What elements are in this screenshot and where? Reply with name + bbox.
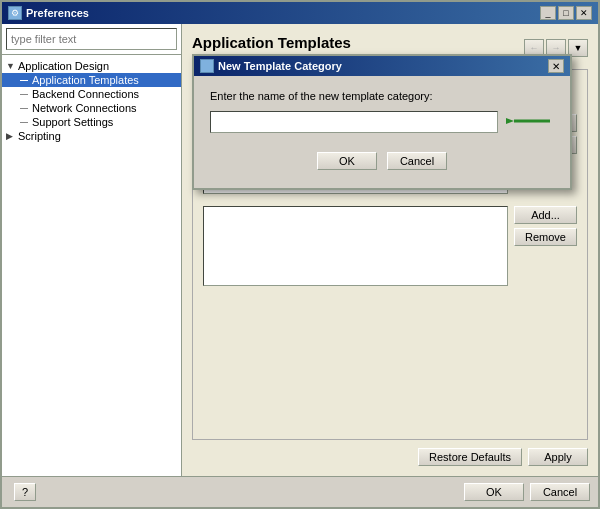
dialog-close-button[interactable]: ✕	[548, 59, 564, 73]
dialog-buttons: OK Cancel	[210, 152, 554, 178]
search-box	[2, 24, 181, 55]
dialog-cancel-button[interactable]: Cancel	[387, 152, 447, 170]
tree-item-support-settings[interactable]: Support Settings	[2, 115, 181, 129]
dialog-body: Enter the name of the new template categ…	[194, 76, 570, 188]
main-content: ▼ Application Design Application Templat…	[2, 24, 598, 476]
dialog-label: Enter the name of the new template categ…	[210, 90, 554, 102]
window-title: Preferences	[26, 7, 89, 19]
tree-connector	[20, 122, 28, 123]
search-input[interactable]	[6, 28, 177, 50]
tree-connector	[20, 80, 28, 81]
tree-item-app-templates[interactable]: Application Templates	[2, 73, 181, 87]
right-panel: Application Templates ← → ▼ Template Con…	[182, 24, 598, 476]
tree-item-label: Scripting	[18, 130, 61, 142]
dialog-arrow-left	[506, 108, 554, 136]
new-template-dialog: New Template Category ✕ Enter the name o…	[192, 54, 572, 190]
template-name-input[interactable]	[210, 111, 498, 133]
tree-item-label: Application Design	[18, 60, 109, 72]
tree-item-scripting[interactable]: ▶ Scripting	[2, 129, 181, 143]
bottom-cancel-button[interactable]: Cancel	[530, 483, 590, 501]
left-panel: ▼ Application Design Application Templat…	[2, 24, 182, 476]
dialog-ok-button[interactable]: OK	[317, 152, 377, 170]
tree-item-label: Network Connections	[32, 102, 137, 114]
minimize-button[interactable]: _	[540, 6, 556, 20]
tree-connector	[20, 94, 28, 95]
bottom-ok-button[interactable]: OK	[464, 483, 524, 501]
dialog-icon	[200, 59, 214, 73]
bottom-bar: ? OK Cancel	[2, 476, 598, 507]
tree-item-network-conn[interactable]: Network Connections	[2, 101, 181, 115]
tree-item-app-design[interactable]: ▼ Application Design	[2, 59, 181, 73]
expand-icon: ▶	[6, 131, 16, 141]
dialog-title-bar: New Template Category ✕	[194, 56, 570, 76]
dialog-input-row	[210, 108, 554, 136]
maximize-button[interactable]: □	[558, 6, 574, 20]
tree-item-label: Application Templates	[32, 74, 139, 86]
tree-area: ▼ Application Design Application Templat…	[2, 55, 181, 476]
preferences-window: ⚙ Preferences _ □ ✕ ▼ Application Design	[0, 0, 600, 509]
title-bar: ⚙ Preferences _ □ ✕	[2, 2, 598, 24]
help-button[interactable]: ?	[14, 483, 36, 501]
tree-item-backend-conn[interactable]: Backend Connections	[2, 87, 181, 101]
dialog-title-left: New Template Category	[200, 59, 342, 73]
close-button[interactable]: ✕	[576, 6, 592, 20]
window-icon: ⚙	[8, 6, 22, 20]
dialog-overlay: New Template Category ✕ Enter the name o…	[182, 24, 598, 476]
dialog-title-text: New Template Category	[218, 60, 342, 72]
tree-connector	[20, 108, 28, 109]
help-area: ?	[10, 483, 458, 501]
tree-item-label: Backend Connections	[32, 88, 139, 100]
title-bar-controls: _ □ ✕	[540, 6, 592, 20]
expand-icon: ▼	[6, 61, 16, 71]
title-bar-left: ⚙ Preferences	[8, 6, 89, 20]
tree-item-label: Support Settings	[32, 116, 113, 128]
